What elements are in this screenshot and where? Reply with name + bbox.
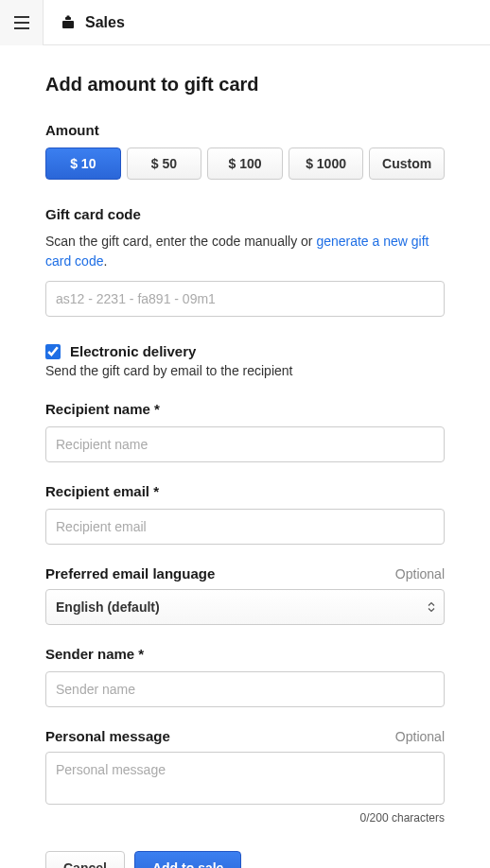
sales-icon — [61, 15, 76, 30]
amount-option-10[interactable]: $ 10 — [45, 148, 121, 180]
amount-option-1000[interactable]: $ 1000 — [289, 148, 364, 180]
gift-card-code-help: Scan the gift card, enter the code manua… — [45, 232, 445, 271]
electronic-delivery-row: Electronic delivery — [45, 343, 445, 359]
recipient-email-group: Recipient email * — [45, 483, 445, 545]
add-to-sale-button[interactable]: Add to sale — [134, 851, 241, 868]
amount-option-50[interactable]: $ 50 — [127, 148, 202, 180]
topbar-title: Sales — [85, 14, 125, 31]
personal-message-charcount: 0/200 characters — [45, 811, 445, 825]
recipient-name-input[interactable] — [45, 426, 445, 462]
content: Add amount to gift card Amount $ 10 $ 50… — [0, 45, 490, 868]
personal-message-group: Personal message Optional 0/200 characte… — [45, 728, 445, 825]
sender-name-input[interactable] — [45, 671, 445, 707]
recipient-email-label: Recipient email * — [45, 483, 445, 499]
personal-message-optional: Optional — [395, 729, 445, 744]
page-title: Add amount to gift card — [45, 74, 445, 95]
gift-card-code-input[interactable] — [45, 281, 445, 317]
menu-button[interactable] — [0, 0, 44, 45]
hamburger-icon — [13, 14, 30, 31]
topbar: Sales — [0, 0, 490, 45]
gift-card-help-prefix: Scan the gift card, enter the code manua… — [45, 234, 316, 249]
personal-message-input[interactable] — [45, 752, 445, 805]
sender-name-label: Sender name * — [45, 646, 445, 662]
amount-label: Amount — [45, 122, 445, 138]
gift-card-code-group: Gift card code Scan the gift card, enter… — [45, 206, 445, 317]
svg-rect-3 — [62, 21, 74, 28]
preferred-language-group: Preferred email language Optional Englis… — [45, 565, 445, 625]
gift-card-help-suffix: . — [103, 253, 107, 269]
electronic-delivery-help: Send the gift card by email to the recip… — [45, 363, 445, 378]
actions-row: Cancel Add to sale — [45, 851, 445, 868]
sender-name-group: Sender name * — [45, 646, 445, 707]
recipient-email-input[interactable] — [45, 509, 445, 545]
electronic-delivery-section: Electronic delivery Send the gift card b… — [45, 343, 445, 378]
amount-option-100[interactable]: $ 100 — [207, 148, 283, 180]
preferred-language-optional: Optional — [395, 566, 445, 582]
topbar-title-wrap: Sales — [44, 14, 125, 31]
cancel-button[interactable]: Cancel — [45, 851, 125, 868]
amount-options: $ 10 $ 50 $ 100 $ 1000 Custom — [45, 148, 445, 180]
preferred-language-label: Preferred email language — [45, 565, 215, 582]
preferred-language-select[interactable]: English (default) — [45, 589, 445, 625]
gift-card-code-label: Gift card code — [45, 206, 445, 222]
electronic-delivery-label: Electronic delivery — [70, 343, 196, 359]
recipient-name-label: Recipient name * — [45, 401, 445, 417]
recipient-name-group: Recipient name * — [45, 401, 445, 462]
personal-message-label: Personal message — [45, 728, 170, 744]
svg-rect-5 — [67, 15, 70, 17]
electronic-delivery-checkbox[interactable] — [45, 344, 61, 359]
amount-option-custom[interactable]: Custom — [369, 148, 445, 180]
